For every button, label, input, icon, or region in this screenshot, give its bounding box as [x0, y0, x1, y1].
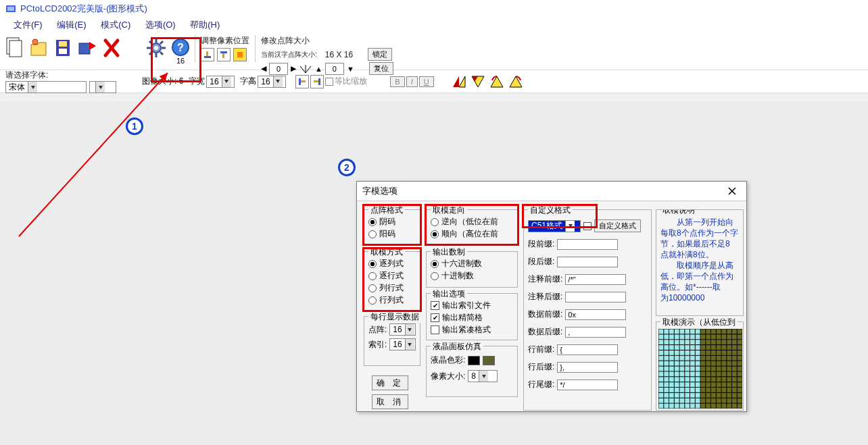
- px-btn-4[interactable]: [295, 75, 309, 88]
- flip-v-icon[interactable]: [469, 74, 487, 90]
- line-end-input[interactable]: [557, 379, 618, 390]
- svg-rect-139: [680, 361, 685, 366]
- italic-button[interactable]: I: [406, 76, 418, 87]
- lcd-swatch-bg[interactable]: [483, 356, 495, 365]
- line-suf-input[interactable]: [557, 362, 618, 373]
- svg-rect-174: [696, 371, 700, 376]
- settings-gear-icon[interactable]: [145, 35, 168, 61]
- group-lcd-sim-title: 液晶面板仿真: [431, 341, 483, 352]
- radio-col-row[interactable]: 列行式: [368, 282, 416, 294]
- radio-reverse[interactable]: 逆向（低位在前: [431, 216, 513, 228]
- help-icon[interactable]: ? 16: [169, 35, 192, 68]
- svg-rect-141: [690, 361, 695, 366]
- group-matrix-format-title: 点阵格式: [368, 205, 405, 216]
- row-matrix-select[interactable]: 16: [389, 323, 416, 336]
- font-select[interactable]: 宋体: [5, 81, 87, 93]
- scale-checkbox[interactable]: [325, 78, 333, 86]
- spin-height[interactable]: 0: [325, 63, 344, 75]
- row-index-select[interactable]: 16: [389, 338, 416, 350]
- group-scan-method: 取模方式 逐列式 逐行式 列行式 行列式: [364, 251, 420, 311]
- svg-rect-25: [222, 53, 224, 58]
- export-icon[interactable]: [76, 35, 99, 61]
- spin-width[interactable]: 0: [269, 63, 288, 75]
- flip-h-icon[interactable]: [450, 74, 468, 90]
- chk-compact[interactable]: 输出精简格: [431, 312, 513, 323]
- chk-tight[interactable]: 输出紧凑格式: [431, 324, 513, 336]
- svg-rect-118: [738, 350, 742, 355]
- new-file-icon[interactable]: [3, 35, 26, 61]
- svg-rect-193: [711, 377, 716, 382]
- radio-hex[interactable]: 十六进制数: [431, 258, 513, 269]
- svg-rect-163: [722, 367, 727, 371]
- seg-suf-input[interactable]: [557, 257, 618, 267]
- radio-forward[interactable]: 顺向（高位在前: [431, 228, 513, 240]
- menu-help[interactable]: 帮助(H): [190, 19, 220, 31]
- char-width-select[interactable]: 16: [206, 76, 235, 88]
- group-per-row-title: 每行显示数据: [368, 311, 421, 323]
- lcd-swatch-fg[interactable]: [468, 356, 480, 365]
- cmt-pre-input[interactable]: [565, 274, 626, 285]
- format-combo-check[interactable]: [583, 222, 592, 230]
- px-btn-2[interactable]: [217, 48, 231, 61]
- data-suf-input[interactable]: [565, 327, 626, 338]
- svg-rect-221: [690, 388, 695, 392]
- menu-edit[interactable]: 编辑(E): [57, 19, 86, 31]
- svg-rect-27: [299, 78, 301, 85]
- delete-icon[interactable]: [100, 35, 123, 61]
- svg-rect-244: [727, 393, 731, 398]
- svg-rect-55: [659, 334, 664, 339]
- svg-rect-183: [659, 377, 664, 382]
- radio-col-by-col[interactable]: 逐列式: [368, 258, 416, 269]
- reset-button[interactable]: 复位: [369, 62, 393, 75]
- cancel-button[interactable]: 取 消: [372, 394, 408, 409]
- px-btn-1[interactable]: [201, 48, 214, 61]
- svg-rect-119: [659, 356, 664, 361]
- data-suf-label: 数据后缀:: [528, 326, 562, 338]
- data-pre-input[interactable]: [565, 309, 626, 320]
- menu-file[interactable]: 文件(F): [14, 19, 43, 31]
- line-pre-input[interactable]: [557, 344, 618, 355]
- font-size-select[interactable]: [89, 81, 116, 93]
- svg-rect-263: [659, 404, 664, 409]
- save-file-icon[interactable]: [51, 35, 74, 61]
- svg-rect-150: [738, 361, 742, 366]
- lcd-pixel-select[interactable]: 8: [468, 370, 498, 382]
- svg-rect-138: [675, 361, 679, 366]
- svg-rect-254: [696, 398, 700, 403]
- svg-rect-161: [711, 367, 716, 371]
- radio-row-by-row[interactable]: 逐行式: [368, 270, 416, 282]
- svg-rect-128: [706, 356, 710, 361]
- format-combo[interactable]: C51格式: [528, 220, 581, 232]
- svg-rect-199: [659, 382, 664, 387]
- radio-row-col[interactable]: 行列式: [368, 294, 416, 306]
- bold-button[interactable]: B: [390, 76, 404, 87]
- svg-rect-69: [732, 334, 737, 339]
- px-btn-5[interactable]: [310, 75, 324, 88]
- svg-rect-231: [659, 393, 664, 398]
- dialog-close-button[interactable]: [723, 184, 741, 198]
- ok-button[interactable]: 确 定: [372, 375, 408, 390]
- svg-rect-132: [727, 356, 731, 361]
- char-height-select[interactable]: 16: [258, 76, 286, 88]
- svg-rect-234: [675, 393, 679, 398]
- menu-mode[interactable]: 模式(C): [101, 19, 130, 31]
- radio-positive[interactable]: 阳码: [368, 228, 416, 240]
- rotate-right-icon[interactable]: [507, 74, 525, 90]
- svg-rect-162: [717, 367, 721, 371]
- seg-pre-input[interactable]: [557, 239, 618, 250]
- svg-rect-169: [669, 371, 674, 376]
- help-line8: 为10000000: [660, 292, 742, 303]
- cmt-suf-input[interactable]: [565, 292, 626, 303]
- svg-rect-129: [711, 356, 716, 361]
- lock-button[interactable]: 锁定: [368, 48, 392, 61]
- rotate-left-icon[interactable]: [488, 74, 506, 90]
- custom-format-button[interactable]: 自定义格式: [594, 219, 641, 232]
- open-file-icon[interactable]: [27, 35, 50, 61]
- radio-negative[interactable]: 阴码: [368, 216, 416, 228]
- px-btn-3[interactable]: [233, 48, 247, 61]
- underline-button[interactable]: U: [419, 76, 434, 87]
- chk-index[interactable]: 输出索引文件: [431, 300, 513, 311]
- svg-rect-121: [669, 356, 674, 361]
- menu-options[interactable]: 选项(O): [145, 19, 176, 31]
- radio-dec[interactable]: 十进制数: [431, 270, 513, 282]
